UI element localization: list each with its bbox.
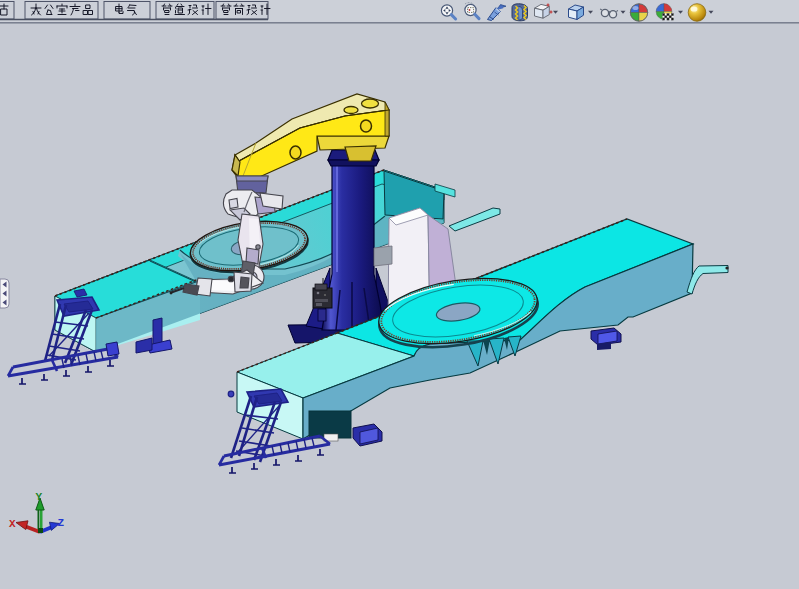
- svg-text:Y: Y: [36, 491, 43, 503]
- svg-text:X: X: [9, 518, 16, 530]
- svg-text:Z: Z: [58, 517, 65, 529]
